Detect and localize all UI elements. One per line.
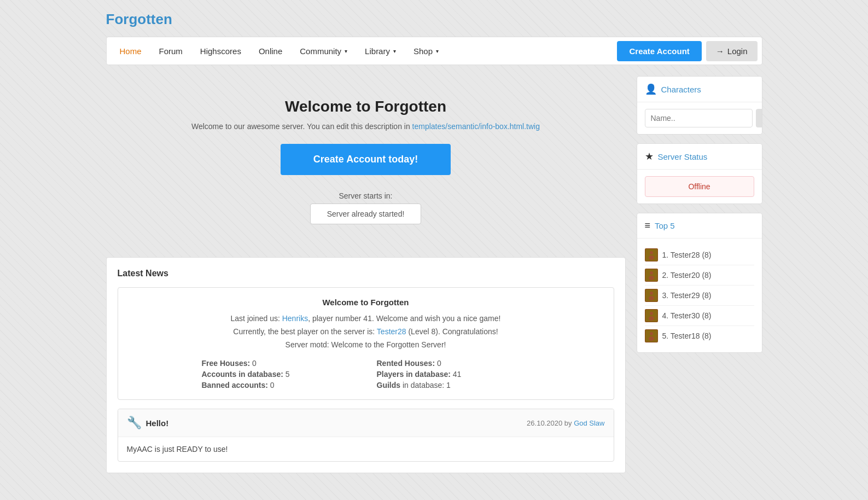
top5-item-0[interactable]: 1. Tester28 (8) [645,245,754,265]
nav-community[interactable]: Community ▾ [291,39,356,63]
news-post-body: MyAAC is just READY to use! [118,437,614,461]
server-status-widget: ★ Server Status Offline [637,143,762,204]
svg-point-8 [649,296,654,300]
stat-banned: Banned accounts: 0 [202,381,355,389]
top5-item-3[interactable]: 4. Tester30 (8) [645,306,754,326]
welcome-text: Last joined us: Henriks, player number 4… [128,312,604,351]
create-account-button[interactable]: Create Account [617,41,701,61]
character-search-input[interactable] [645,109,753,127]
top5-item-1[interactable]: 2. Tester20 (8) [645,265,754,286]
news-author-link[interactable]: God Slaw [574,419,604,427]
top5-avatar-4 [645,329,658,342]
svg-point-13 [650,332,653,335]
top5-avatar-0 [645,248,658,261]
main-content: Welcome to Forgotten Welcome to our awes… [106,76,626,484]
stat-rented-houses: Rented Houses: 0 [377,359,530,368]
nav-highscores[interactable]: Highscores [191,39,250,63]
stats-grid: Free Houses: 0 Rented Houses: 0 Accounts… [202,359,530,389]
nav-forum[interactable]: Forum [150,39,191,63]
characters-icon: 👤 [645,83,657,95]
svg-point-11 [649,316,654,321]
last-joined-link[interactable]: Henriks [282,314,308,323]
hero-section: Welcome to Forgotten Welcome to our awes… [106,76,626,257]
hero-title: Welcome to Forgotten [117,98,615,115]
nav-shop[interactable]: Shop ▾ [405,39,447,63]
news-post-title: Hello! [146,418,169,428]
stat-players: Players in database: 41 [377,370,530,379]
characters-widget: 👤 Characters Search [637,76,762,135]
top5-avatar-1 [645,269,658,282]
sidebar: 👤 Characters Search ★ Server Status [637,76,762,484]
character-search-button[interactable]: Search [756,109,762,127]
server-status-icon: ★ [645,150,654,162]
news-post-header: 🔧 Hello! 26.10.2020 by God Slaw [118,409,614,437]
server-starts-label: Server starts in: [117,191,615,200]
server-status-badge: Offline [645,176,754,197]
create-account-hero-button[interactable]: Create Account today! [281,144,451,175]
character-search-row: Search [645,109,754,127]
characters-widget-title: Characters [661,85,701,94]
welcome-box-title: Welcome to Forgotten [128,298,604,307]
server-status-widget-header: ★ Server Status [637,144,762,170]
top5-entry-label-2[interactable]: 3. Tester29 (8) [662,291,712,300]
characters-widget-body: Search [637,102,762,134]
hero-description: Welcome to our awesome server. You can e… [117,122,615,131]
news-section-title: Latest News [118,269,614,278]
welcome-box: Welcome to Forgotten Last joined us: Hen… [118,287,614,400]
server-starts-value: Server already started! [310,204,422,224]
news-post-0: 🔧 Hello! 26.10.2020 by God Slaw MyAAC is… [118,409,614,462]
stat-guilds: Guilds in database: 1 [377,381,530,389]
library-dropdown-arrow: ▾ [393,48,396,54]
svg-point-4 [650,271,653,275]
top5-entry-label-3[interactable]: 4. Tester30 (8) [662,311,712,320]
top5-item-2[interactable]: 3. Tester29 (8) [645,286,754,306]
svg-point-10 [650,312,653,315]
site-title[interactable]: Forgotten [106,11,172,28]
content-layout: Welcome to Forgotten Welcome to our awes… [106,76,762,484]
community-dropdown-arrow: ▾ [345,48,347,54]
stat-free-houses: Free Houses: 0 [202,359,355,368]
top5-icon: ≡ [645,220,651,231]
stat-accounts: Accounts in database: 5 [202,370,355,379]
top5-widget-header: ≡ Top 5 [637,213,762,239]
login-icon: → [716,46,724,56]
top5-widget-title: Top 5 [655,221,675,230]
shop-dropdown-arrow: ▾ [436,48,439,54]
svg-point-14 [649,336,654,341]
top5-list: 1. Tester28 (8) 2. Tester20 (8) 3. Teste… [645,245,754,346]
top5-item-4[interactable]: 5. Tester18 (8) [645,326,754,346]
top5-avatar-3 [645,309,658,322]
top5-entry-label-0[interactable]: 1. Tester28 (8) [662,251,712,259]
characters-widget-header: 👤 Characters [637,77,762,102]
login-button[interactable]: → Login [706,41,758,61]
nav-home[interactable]: Home [111,39,150,63]
news-post-icon: 🔧 [127,416,142,430]
news-container: Latest News Welcome to Forgotten Last jo… [106,257,626,473]
nav-library[interactable]: Library ▾ [356,39,405,63]
top5-widget: ≡ Top 5 1. Tester28 (8) [637,213,762,353]
template-link[interactable]: templates/semantic/info-box.html.twig [412,122,540,131]
nav-online[interactable]: Online [250,39,291,63]
top5-entry-label-1[interactable]: 2. Tester20 (8) [662,271,712,280]
server-starts-section: Server starts in: Server already started… [117,191,615,224]
svg-point-7 [650,292,653,295]
server-status-widget-title: Server Status [658,152,708,161]
top5-avatar-2 [645,289,658,302]
news-post-meta: 26.10.2020 by God Slaw [527,419,604,427]
top5-entry-label-4[interactable]: 5. Tester18 (8) [662,332,712,340]
svg-point-5 [649,276,654,280]
navbar: Home Forum Highscores Online Community ▾… [106,37,762,65]
best-player-link[interactable]: Tester28 [377,327,406,336]
svg-point-2 [649,255,654,260]
top5-widget-body: 1. Tester28 (8) 2. Tester20 (8) 3. Teste… [637,239,762,352]
svg-point-1 [650,251,653,254]
server-status-widget-body: Offline [637,170,762,204]
